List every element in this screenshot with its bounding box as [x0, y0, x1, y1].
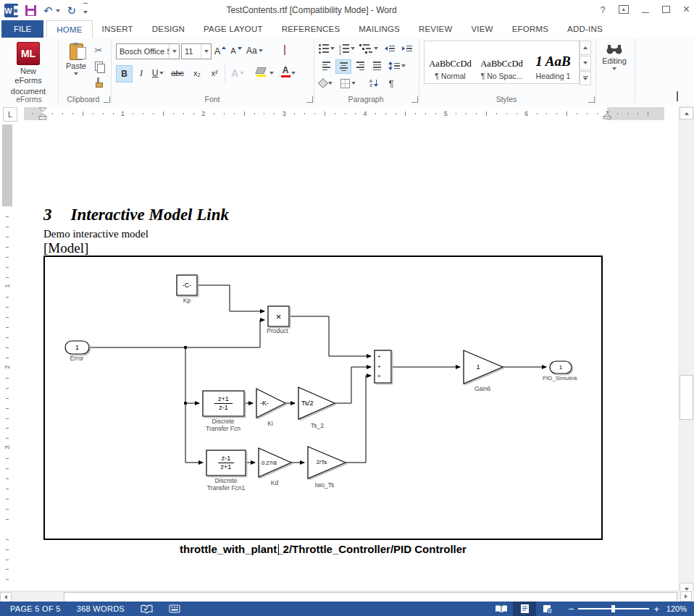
show-hide-marks-button[interactable]: ¶: [384, 77, 398, 90]
tab-review[interactable]: REVIEW: [409, 20, 462, 38]
paste-button[interactable]: Paste: [64, 43, 88, 75]
web-layout-button[interactable]: [536, 602, 559, 616]
tab-references[interactable]: REFERENCES: [272, 20, 350, 38]
shading-button[interactable]: [319, 77, 333, 90]
grow-font-button[interactable]: A: [213, 43, 227, 59]
customize-qat-icon[interactable]: [83, 3, 88, 18]
align-center-button[interactable]: [335, 59, 351, 74]
tab-mailings[interactable]: MAILINGS: [349, 20, 409, 38]
read-mode-button[interactable]: [490, 602, 513, 616]
clear-formatting-button[interactable]: [284, 46, 285, 54]
font-color-dropdown-icon[interactable]: [291, 72, 296, 75]
highlight-dropdown-icon[interactable]: [269, 72, 274, 75]
tab-page-layout[interactable]: PAGE LAYOUT: [194, 20, 272, 38]
tab-design[interactable]: DESIGN: [143, 20, 194, 38]
proofing-status-button[interactable]: [141, 604, 153, 614]
styles-dialog-launcher-icon[interactable]: [588, 96, 595, 103]
tab-file[interactable]: FILE: [1, 20, 43, 38]
bullets-button[interactable]: [319, 42, 335, 55]
h-ruler-number: 3: [280, 107, 288, 120]
tab-view[interactable]: VIEW: [461, 20, 502, 38]
text-effects-button[interactable]: A: [230, 65, 245, 81]
help-button[interactable]: ?: [600, 4, 605, 15]
print-layout-button[interactable]: [513, 602, 536, 616]
italic-button[interactable]: I: [134, 65, 149, 81]
font-color-button[interactable]: A: [278, 64, 293, 80]
tab-home[interactable]: HOME: [46, 20, 92, 38]
undo-icon[interactable]: ↶: [43, 5, 53, 16]
style-card-heading-1[interactable]: 1 AaBHeading 1: [527, 41, 579, 83]
vertical-scrollbar[interactable]: [678, 106, 694, 595]
multilevel-list-button[interactable]: [359, 42, 378, 55]
vertical-scroll-thumb[interactable]: [680, 375, 693, 420]
bold-button[interactable]: B: [116, 65, 133, 83]
subscript-button[interactable]: x₂: [190, 65, 204, 81]
word-app-icon[interactable]: W≣: [4, 4, 18, 17]
ribbon-display-options-icon[interactable]: ▲: [619, 5, 629, 14]
change-case-button[interactable]: Aa: [246, 43, 263, 59]
style-card--no-spac-[interactable]: AaBbCcDd¶ No Spac...: [476, 41, 527, 83]
sort-button[interactable]: AZ: [367, 77, 381, 90]
line-spacing-button[interactable]: [388, 59, 406, 72]
minimize-button[interactable]: [642, 12, 649, 13]
scroll-up-icon[interactable]: [680, 107, 693, 119]
decrease-indent-button[interactable]: [382, 42, 397, 55]
close-button[interactable]: ×: [683, 3, 690, 16]
styles-gallery-expand-icon[interactable]: [580, 71, 591, 85]
borders-button[interactable]: [340, 77, 356, 90]
block-kd-label: Kd: [246, 479, 304, 486]
format-painter-button[interactable]: [92, 75, 105, 88]
copy-button[interactable]: [92, 59, 105, 72]
font-size-combo[interactable]: 11: [181, 43, 212, 59]
maximize-button[interactable]: [662, 6, 670, 13]
h-ruler-number: 6: [523, 107, 530, 120]
styles-scroll-down-icon[interactable]: [580, 56, 591, 70]
paragraph-dialog-launcher-icon[interactable]: [411, 96, 418, 103]
justify-button[interactable]: [369, 59, 384, 72]
numbering-button[interactable]: 123: [339, 42, 355, 55]
macro-recording-button[interactable]: [169, 604, 180, 613]
scroll-left-icon[interactable]: [0, 592, 12, 602]
decrease-indent-icon: [389, 46, 395, 52]
zoom-slider-thumb[interactable]: [611, 605, 615, 612]
word-count[interactable]: 368 WORDS: [77, 604, 125, 613]
shrink-font-button[interactable]: A: [229, 43, 243, 59]
strikethrough-button[interactable]: abc: [170, 65, 185, 81]
save-icon[interactable]: [25, 5, 36, 16]
zoom-out-button[interactable]: −: [568, 603, 574, 615]
superscript-button[interactable]: x²: [207, 65, 222, 81]
zoom-level[interactable]: 120%: [662, 604, 687, 613]
undo-dropdown-icon[interactable]: [56, 9, 60, 12]
clipboard-dialog-launcher-icon[interactable]: [104, 96, 110, 103]
font-dialog-launcher-icon[interactable]: [306, 96, 313, 103]
editing-button[interactable]: Editing: [598, 43, 630, 70]
font-name-combo[interactable]: Bosch Office S: [116, 43, 180, 59]
zoom-in-button[interactable]: +: [653, 604, 659, 615]
styles-gallery-scroll: [580, 41, 591, 85]
align-left-button[interactable]: [319, 59, 333, 72]
cut-button[interactable]: ✂: [92, 43, 105, 56]
redo-icon[interactable]: ↻: [67, 5, 77, 16]
styles-scroll-up-icon[interactable]: [580, 41, 591, 55]
tab-add-ins[interactable]: ADD-INS: [558, 20, 612, 38]
style-card--normal[interactable]: AaBbCcDd¶ Normal: [425, 41, 476, 83]
zoom-slider[interactable]: [578, 602, 649, 616]
editing-label: Editing: [602, 56, 627, 66]
h-ruler-number: 1: [119, 107, 126, 120]
tab-eforms[interactable]: EFORMS: [503, 20, 558, 38]
left-indent-marker[interactable]: [38, 107, 47, 120]
v-ruler-number: 1: [4, 281, 11, 291]
text-highlight-button[interactable]: [254, 64, 268, 80]
underline-button[interactable]: U: [149, 65, 167, 81]
horizontal-scroll-thumb[interactable]: [64, 592, 677, 602]
scroll-right-icon[interactable]: [678, 591, 694, 602]
collapse-ribbon-icon[interactable]: [677, 93, 678, 101]
right-indent-marker[interactable]: [603, 113, 611, 120]
page-indicator[interactable]: PAGE 5 OF 5: [10, 604, 61, 613]
horizontal-scrollbar[interactable]: [0, 591, 678, 602]
increase-indent-button[interactable]: [400, 42, 414, 55]
tab-insert[interactable]: INSERT: [93, 20, 143, 38]
new-eforms-document-button[interactable]: ML New eForms document: [6, 42, 51, 96]
tab-stop-selector[interactable]: L: [3, 107, 17, 122]
align-right-button[interactable]: [353, 59, 367, 72]
